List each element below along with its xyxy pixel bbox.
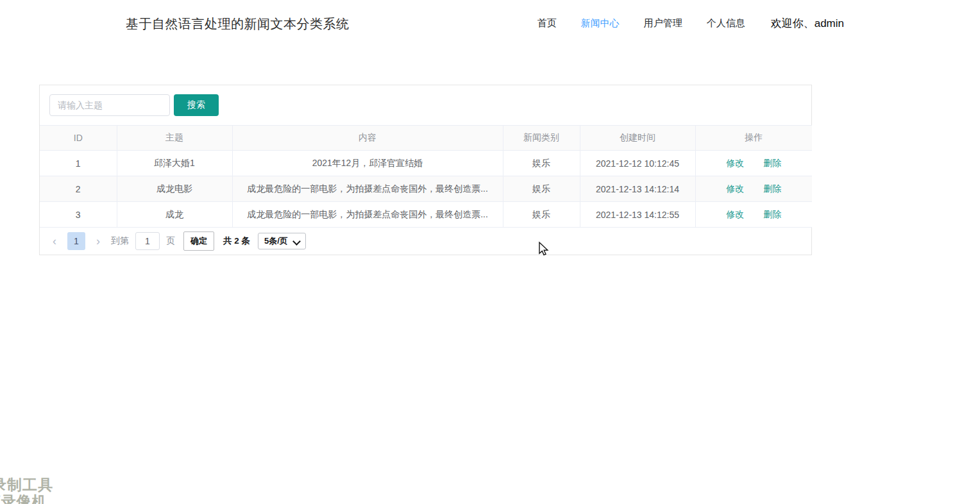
goto-page-prefix: 到第 (111, 235, 129, 247)
welcome-user-label: 欢迎你、admin (771, 16, 844, 31)
column-header: 主题 (117, 126, 232, 151)
cell-category: 娱乐 (503, 176, 580, 202)
top-header: 基于自然语言处理的新闻文本分类系统 首页新闻中心用户管理个人信息欢迎你、admi… (0, 0, 980, 46)
table-row: 1 邱泽大婚1 2021年12月，邱泽官宣结婚 娱乐 2021-12-12 10… (40, 151, 812, 176)
pagination-bar: ‹ 1 › 到第 页 确定 共 2 条 5条/页 (40, 228, 811, 255)
next-page-icon[interactable]: › (94, 235, 102, 247)
column-header: 创建时间 (580, 126, 695, 151)
cell-topic: 成龙 (117, 202, 232, 228)
confirm-page-button[interactable]: 确定 (183, 231, 214, 251)
cell-category: 娱乐 (503, 202, 580, 228)
cell-id: 1 (40, 151, 117, 176)
goto-page-input[interactable] (135, 232, 160, 250)
news-list-panel: 搜索 ID主题内容新闻类别创建时间操作 1 邱泽大婚1 2021年12月，邱泽官… (39, 85, 812, 255)
page-size-select[interactable]: 5条/页 (258, 233, 306, 249)
cell-actions: 修改 删除 (695, 176, 812, 202)
cell-topic: 邱泽大婚1 (117, 151, 232, 176)
column-header: 新闻类别 (503, 126, 580, 151)
cell-category: 娱乐 (503, 151, 580, 176)
cell-content: 2021年12月，邱泽官宣结婚 (232, 151, 503, 176)
cell-created-time: 2021-12-12 10:12:45 (580, 151, 695, 176)
watermark-line-1: 录制工具 (0, 476, 53, 493)
nav-item-profile[interactable]: 个人信息 (707, 17, 745, 29)
cell-content: 成龙最危险的一部电影，为拍摄差点命丧国外，最终创造票... (232, 202, 503, 228)
edit-link[interactable]: 修改 (726, 158, 744, 168)
cell-topic: 成龙电影 (117, 176, 232, 202)
cell-id: 2 (40, 176, 117, 202)
delete-link[interactable]: 删除 (763, 158, 781, 168)
cell-actions: 修改 删除 (695, 202, 812, 228)
page-number-button[interactable]: 1 (67, 232, 85, 250)
cell-id: 3 (40, 202, 117, 228)
column-header: 内容 (232, 126, 503, 151)
delete-link[interactable]: 删除 (763, 209, 781, 219)
cell-created-time: 2021-12-13 14:12:14 (580, 176, 695, 202)
chevron-down-icon (294, 237, 300, 243)
table-body: 1 邱泽大婚1 2021年12月，邱泽官宣结婚 娱乐 2021-12-12 10… (40, 151, 812, 228)
nav-item-user-management[interactable]: 用户管理 (644, 17, 682, 29)
main-nav: 首页新闻中心用户管理个人信息欢迎你、admin (537, 0, 844, 46)
page-size-value: 5条/页 (264, 235, 288, 247)
topic-search-input[interactable] (49, 94, 170, 116)
search-bar: 搜索 (40, 85, 811, 125)
column-header: 操作 (695, 126, 812, 151)
page-title: 基于自然语言处理的新闻文本分类系统 (126, 15, 350, 33)
search-button[interactable]: 搜索 (174, 94, 219, 116)
watermark-line-2: EV录像机 (0, 493, 53, 504)
cell-created-time: 2021-12-13 14:12:55 (580, 202, 695, 228)
cell-content: 成龙最危险的一部电影，为拍摄差点命丧国外，最终创造票... (232, 176, 503, 202)
edit-link[interactable]: 修改 (726, 209, 744, 219)
edit-link[interactable]: 修改 (726, 183, 744, 194)
column-header: ID (40, 126, 117, 151)
delete-link[interactable]: 删除 (763, 183, 781, 194)
table-header-row: ID主题内容新闻类别创建时间操作 (40, 126, 812, 151)
total-count-label: 共 2 条 (223, 235, 250, 247)
nav-item-home[interactable]: 首页 (537, 17, 557, 29)
goto-page-suffix: 页 (166, 235, 175, 247)
table-row: 3 成龙 成龙最危险的一部电影，为拍摄差点命丧国外，最终创造票... 娱乐 20… (40, 202, 812, 228)
news-table: ID主题内容新闻类别创建时间操作 1 邱泽大婚1 2021年12月，邱泽官宣结婚… (40, 125, 812, 228)
nav-item-news-center[interactable]: 新闻中心 (581, 17, 620, 29)
table-row: 2 成龙电影 成龙最危险的一部电影，为拍摄差点命丧国外，最终创造票... 娱乐 … (40, 176, 812, 202)
prev-page-icon[interactable]: ‹ (51, 235, 58, 247)
recorder-watermark: 录制工具 EV录像机 (0, 476, 53, 504)
cell-actions: 修改 删除 (695, 151, 812, 176)
